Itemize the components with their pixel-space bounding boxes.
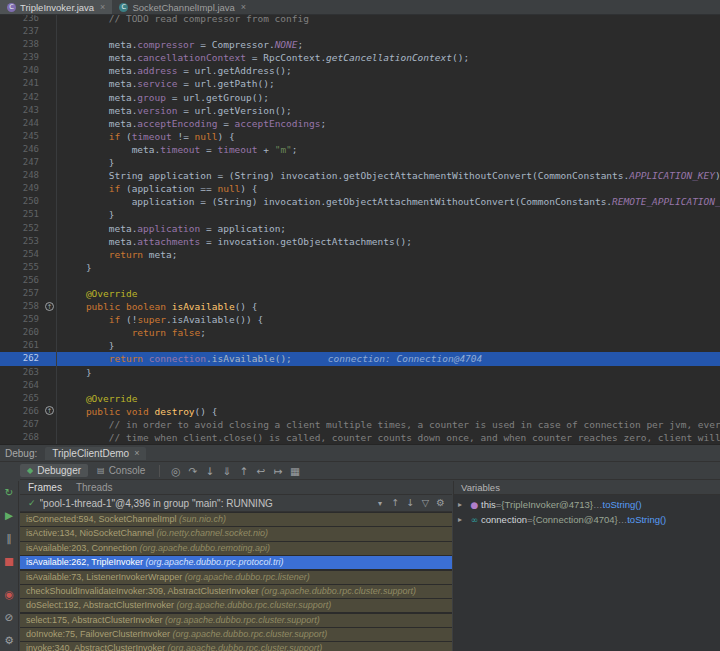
code-line[interactable]: 256 (0, 274, 720, 287)
hide-library-frames-icon[interactable]: ▽ (418, 495, 433, 511)
code-line[interactable]: 260 return false; (0, 326, 720, 339)
frames-panel: Frames Threads ✓ "pool-1-thread-1"@4,396… (20, 481, 452, 651)
code-line[interactable]: 236 // TODO read compressor from config (0, 15, 720, 25)
stack-frame[interactable]: isAvailable:203, Connection (org.apache.… (20, 542, 452, 555)
code-line[interactable]: 247 } (0, 156, 720, 169)
tab-debugger[interactable]: ◆Debugger (20, 464, 88, 477)
code-line[interactable]: 237 (0, 25, 720, 38)
frames-list: isConnected:594, SocketChannelImpl (sun.… (20, 512, 452, 651)
code-line[interactable]: 255 } (0, 261, 720, 274)
stack-frame[interactable]: isConnected:594, SocketChannelImpl (sun.… (20, 513, 452, 526)
debug-session-tab[interactable]: TripleClientDemo × (45, 447, 146, 460)
drop-frame-icon[interactable]: ↩ (252, 463, 269, 479)
line-number: 236 (0, 15, 44, 25)
code-line[interactable]: 268 // time when client.close() is calle… (0, 431, 720, 444)
stop-icon[interactable]: ■ (1, 553, 18, 569)
step-into-icon[interactable]: ↓ (201, 463, 218, 479)
stack-frame[interactable]: doSelect:192, AbstractClusterInvoker (or… (20, 599, 452, 612)
variable-row[interactable]: ▸●this = {TripleInvoker@4713} … toString… (454, 497, 720, 512)
line-number: 243 (0, 104, 44, 117)
view-breakpoints-icon[interactable]: ◉ (1, 586, 18, 602)
next-frame-icon[interactable]: ↓ (403, 495, 418, 511)
close-tab-icon[interactable]: × (100, 2, 105, 12)
code-line[interactable]: 265 @Override (0, 392, 720, 405)
thread-selector[interactable]: ✓ "pool-1-thread-1"@4,396 in group "main… (20, 495, 452, 512)
force-step-into-icon[interactable]: ⇓ (218, 463, 235, 479)
expand-chevron-icon[interactable]: ▸ (458, 515, 468, 524)
stack-frame[interactable]: isAvailable:73, ListenerInvokerWrapper (… (20, 571, 452, 584)
gutter (44, 379, 57, 392)
token (63, 131, 109, 142)
token: (application == (120, 183, 217, 194)
stack-frame[interactable]: isActive:134, NioSocketChannel (io.netty… (20, 527, 452, 540)
code-line[interactable]: 250 application = (String) invocation.ge… (0, 195, 720, 208)
tostring-link[interactable]: toString() (627, 514, 666, 525)
editor-tab[interactable]: CSocketChannelImpl.java× (112, 0, 253, 14)
variable-row[interactable]: ▸∞connection = {Connection@4704} … toStr… (454, 512, 720, 527)
code-line[interactable]: 241 meta.service = url.getPath(); (0, 77, 720, 90)
code-line[interactable]: 249 if (application == null) { (0, 182, 720, 195)
code-line[interactable]: 264 (0, 379, 720, 392)
evaluate-expression-icon[interactable]: ▦ (286, 463, 303, 479)
chevron-down-icon[interactable]: ▾ (378, 499, 382, 508)
code-text: if (!super.isAvailable()) { (57, 313, 720, 326)
code-line[interactable]: 242 meta.group = url.getGroup(); (0, 91, 720, 104)
token: ; (298, 39, 304, 50)
debug-tool-window: Debug: TripleClientDemo × ◆Debugger▤Cons… (0, 444, 720, 651)
resume-icon[interactable]: ▶ (1, 507, 18, 523)
code-line[interactable]: 246 meta.timeout = timeout + "m"; (0, 143, 720, 156)
step-over-icon[interactable]: ↷ (184, 463, 201, 479)
line-number: 260 (0, 326, 44, 339)
code-line[interactable]: 254 return meta; (0, 248, 720, 261)
code-line[interactable]: 259 if (!super.isAvailable()) { (0, 313, 720, 326)
code-line[interactable]: 238 meta.compressor = Compressor.NONE; (0, 38, 720, 51)
rerun-icon[interactable]: ↻ (1, 484, 18, 500)
close-session-icon[interactable]: × (134, 448, 139, 458)
code-line[interactable]: 257 @Override (0, 287, 720, 300)
expand-chevron-icon[interactable]: ▸ (458, 500, 468, 509)
editor-tab[interactable]: CTripleInvoker.java× (0, 0, 112, 14)
code-line[interactable]: 267 // in order to avoid closing a clien… (0, 418, 720, 431)
code-text: meta.application = application; (57, 222, 720, 235)
mute-breakpoints-icon[interactable]: ⊘ (1, 609, 18, 625)
code-line[interactable]: 261 } (0, 339, 720, 352)
stack-frame[interactable]: invoke:340, AbstractClusterInvoker (org.… (20, 642, 452, 651)
stack-frame[interactable]: checkShouldInvalidateInvoker:309, Abstra… (20, 585, 452, 598)
tostring-link[interactable]: toString() (603, 499, 642, 510)
show-execution-point-icon[interactable]: ◎ (167, 463, 184, 479)
token: if (109, 131, 120, 142)
stack-frame[interactable]: doInvoke:75, FailoverClusterInvoker (org… (20, 628, 452, 641)
code-text (57, 274, 720, 287)
code-line[interactable]: 258↑ public boolean isAvailable() { (0, 300, 720, 313)
stack-frame[interactable]: isAvailable:262, TripleInvoker (org.apac… (20, 556, 452, 569)
code-line[interactable]: 252 meta.application = application; (0, 222, 720, 235)
code-line[interactable]: 240 meta.address = url.getAddress(); (0, 64, 720, 77)
frames-options-icon[interactable]: ⚙ (433, 495, 448, 511)
code-line[interactable]: 251 } (0, 208, 720, 221)
override-method-icon[interactable]: ↑ (45, 302, 54, 311)
code-line[interactable]: 263 } (0, 366, 720, 379)
stack-frame[interactable]: select:175, AbstractClusterInvoker (org.… (20, 614, 452, 627)
frame-package: (io.netty.channel.socket.nio) (157, 528, 268, 538)
editor[interactable]: 236 // TODO read compressor from config2… (0, 15, 720, 444)
override-method-icon[interactable]: ↑ (45, 406, 54, 415)
code-line[interactable]: 266↑ public void destroy() { (0, 405, 720, 418)
line-number: 266 (0, 405, 44, 418)
settings-icon[interactable]: ⚙ (1, 632, 18, 648)
code-line[interactable]: 248 String application = (String) invoca… (0, 169, 720, 182)
tab-frames[interactable]: Frames (28, 482, 62, 493)
code-line[interactable]: 245 if (timeout != null) { (0, 130, 720, 143)
code-line[interactable]: 262 return connection.isAvailable();conn… (0, 352, 720, 365)
tab-console[interactable]: ▤Console (90, 464, 152, 477)
prev-frame-icon[interactable]: ↑ (388, 495, 403, 511)
code-line[interactable]: 239 meta.cancellationContext = RpcContex… (0, 51, 720, 64)
code-line[interactable]: 253 meta.attachments = invocation.getObj… (0, 235, 720, 248)
token: public boolean (86, 301, 166, 312)
code-line[interactable]: 243 meta.version = url.getVersion(); (0, 104, 720, 117)
pause-icon[interactable]: ∥ (1, 530, 18, 546)
tab-threads[interactable]: Threads (76, 482, 113, 493)
run-to-cursor-icon[interactable]: ↦ (269, 463, 286, 479)
close-tab-icon[interactable]: × (241, 2, 246, 12)
code-line[interactable]: 244 meta.acceptEncoding = acceptEncoding… (0, 117, 720, 130)
step-out-icon[interactable]: ↑ (235, 463, 252, 479)
